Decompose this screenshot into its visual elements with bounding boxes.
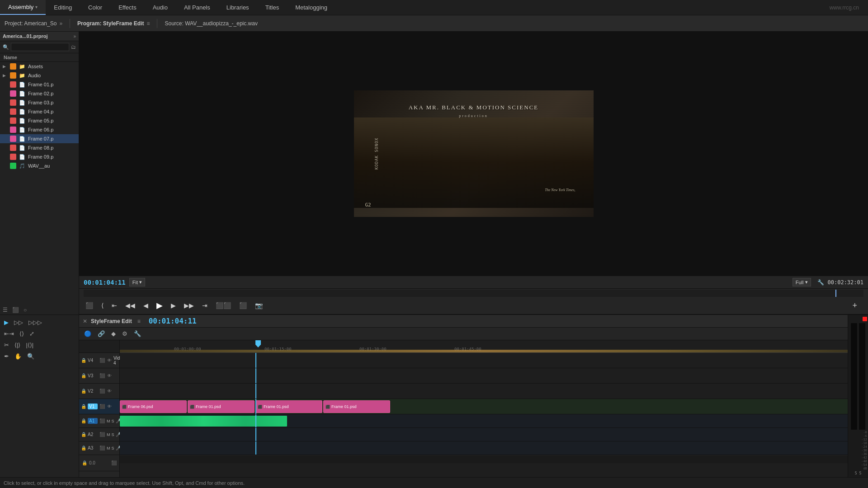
track-select-tool[interactable]: ▷▷ <box>13 318 24 327</box>
clip-frame01c[interactable]: ⬛ Frame 01.psd <box>323 400 390 413</box>
ripple-edit-tool[interactable]: ⇤⇥ <box>3 329 15 338</box>
zoom-tool[interactable]: 🔍 <box>26 352 36 361</box>
list-item[interactable]: 📄 Frame 08.p <box>0 143 79 152</box>
track-sync-v4[interactable]: ⬛ <box>99 357 105 363</box>
nav-editing[interactable]: Editing <box>46 0 80 15</box>
list-item[interactable]: 📄 Frame 02.p <box>0 89 79 98</box>
razor-tool[interactable]: ✂ <box>3 340 10 350</box>
mark-in-button[interactable]: ⬛ <box>84 301 95 310</box>
play-button[interactable]: ▶ <box>155 300 165 311</box>
wrench-tool[interactable]: 🔧 <box>132 329 142 338</box>
list-item[interactable]: ▶ 📁 Audio <box>0 71 79 80</box>
link-tool[interactable]: 🔗 <box>96 329 106 338</box>
track-sync-a3[interactable]: ⬛ <box>99 445 105 451</box>
track-eye-v3[interactable]: 👁 <box>107 373 112 379</box>
nav-metalogging[interactable]: Metalogging <box>287 0 335 15</box>
wrench-icon[interactable]: 🔧 <box>817 279 824 286</box>
rate-stretch-tool[interactable]: ⤢ <box>28 329 36 338</box>
slide-tool[interactable]: |⟨⟩| <box>24 340 35 350</box>
nav-allpanels[interactable]: All Panels <box>176 0 218 15</box>
track-eye-v1[interactable]: 👁 <box>107 404 112 409</box>
footer-arrow[interactable]: ⬛ <box>111 460 117 465</box>
overwrite-button[interactable]: ⬛ <box>237 301 249 310</box>
settings-tool[interactable]: ⚙ <box>121 329 129 338</box>
list-item[interactable]: 📄 Frame 03.p <box>0 98 79 107</box>
step-back-frame-button[interactable]: ⟨ <box>99 301 105 310</box>
nav-assembly[interactable]: Assembly ▾ <box>0 0 46 15</box>
pen-tool[interactable]: ✒ <box>3 352 10 361</box>
clip-frame01a[interactable]: ⬛ Frame 01.psd <box>188 400 255 413</box>
folder-icon: 📁 <box>19 73 25 79</box>
nav-titles[interactable]: Titles <box>257 0 288 15</box>
play-forward-button[interactable]: ▶ <box>169 301 178 310</box>
nav-libraries[interactable]: Libraries <box>218 0 257 15</box>
freeform-view-icon[interactable]: ○ <box>24 307 27 313</box>
track-sync-a1[interactable]: ⬛ <box>99 418 105 424</box>
project-arrow-icon[interactable]: » <box>59 20 62 27</box>
program-menu-icon[interactable]: ≡ <box>146 20 150 27</box>
list-item[interactable]: 🎵 WAV__au <box>0 161 79 170</box>
list-item[interactable]: 📄 Frame 07.p <box>0 134 79 143</box>
list-view-icon[interactable]: ☰ <box>3 307 8 313</box>
insert-button[interactable]: ⬛⬛ <box>214 301 233 310</box>
mini-ruler[interactable] <box>84 290 863 297</box>
lock-icon-v4[interactable]: 🔒 <box>81 358 86 363</box>
track-sync-v1[interactable]: ⬛ <box>99 404 105 409</box>
nav-audio[interactable]: Audio <box>145 0 176 15</box>
multitrack-select-tool[interactable]: ▷▷▷ <box>27 318 43 327</box>
track-eye-v4[interactable]: 👁 <box>107 357 112 363</box>
track-eye-v2[interactable]: 👁 <box>107 388 112 394</box>
clip-frame01b[interactable]: ⬛ Frame 01.psd <box>255 400 322 413</box>
list-item[interactable]: 📄 Frame 06.p <box>0 125 79 134</box>
hand-tool[interactable]: ✋ <box>13 352 23 361</box>
list-item[interactable]: 📄 Frame 04.p <box>0 107 79 116</box>
playhead-marker[interactable] <box>255 340 261 347</box>
timeline-scroll[interactable] <box>120 455 848 463</box>
timeline-menu-icon[interactable]: ≡ <box>137 318 141 324</box>
fit-dropdown[interactable]: Fit ▾ <box>129 278 145 286</box>
folder-view-icon[interactable]: 🗂 <box>71 44 76 50</box>
magnet-tool[interactable]: 🔵 <box>83 329 93 338</box>
solo-a2[interactable]: S <box>112 432 114 437</box>
nav-effects[interactable]: Effects <box>110 0 145 15</box>
slip-tool[interactable]: ⟨|⟩ <box>13 340 22 350</box>
mute-a3[interactable]: M <box>107 446 110 450</box>
track-sync-v2[interactable]: ⬛ <box>99 388 105 394</box>
fast-forward-button[interactable]: ▶▶ <box>182 301 196 310</box>
mute-a1[interactable]: M <box>107 419 110 423</box>
add-button[interactable]: + <box>850 300 859 311</box>
list-item[interactable]: 📄 Frame 01.p <box>0 80 79 89</box>
lock-icon-a3[interactable]: 🔒 <box>81 446 86 450</box>
panel-expand-icon[interactable]: » <box>73 34 76 39</box>
go-to-in-button[interactable]: ⇤ <box>110 301 119 310</box>
clip-frame06[interactable]: ⬛ Frame 06.psd <box>120 400 187 413</box>
timeline-close-button[interactable]: ✕ <box>83 318 87 324</box>
selection-tool[interactable]: ▶ <box>3 318 10 327</box>
lock-icon-v3[interactable]: 🔒 <box>81 373 86 378</box>
lock-icon-v2[interactable]: 🔒 <box>81 389 86 394</box>
list-item[interactable]: 📄 Frame 05.p <box>0 116 79 125</box>
timeline-ruler[interactable]: 00:01:00:00 00:01:15:00 00:01:30:00 00:0… <box>120 340 848 353</box>
lock-icon-a2[interactable]: 🔒 <box>81 432 86 437</box>
mute-a2[interactable]: M <box>107 432 110 437</box>
go-to-out-button[interactable]: ⇥ <box>200 301 209 310</box>
rewind-button[interactable]: ◀◀ <box>123 301 137 310</box>
search-input[interactable] <box>11 43 69 51</box>
solo-a1[interactable]: S <box>112 419 114 423</box>
solo-a3[interactable]: S <box>112 446 114 450</box>
add-marker-tool[interactable]: ◆ <box>110 329 117 338</box>
quality-dropdown[interactable]: Full ▾ <box>793 278 811 286</box>
lock-icon-a1[interactable]: 🔒 <box>81 418 86 423</box>
audio-clip-1[interactable] <box>120 416 287 427</box>
tool-row-3: ✂ ⟨|⟩ |⟨⟩| <box>3 340 76 350</box>
play-back-button[interactable]: ◀ <box>142 301 150 310</box>
track-sync-a2[interactable]: ⬛ <box>99 432 105 437</box>
track-sync-v3[interactable]: ⬛ <box>99 373 105 379</box>
grid-view-icon[interactable]: ⬛ <box>12 307 19 313</box>
list-item[interactable]: ▶ 📁 Assets <box>0 62 79 71</box>
nav-color[interactable]: Color <box>80 0 110 15</box>
list-item[interactable]: 📄 Frame 09.p <box>0 152 79 161</box>
camera-button[interactable]: 📷 <box>253 301 264 310</box>
lock-icon-v1[interactable]: 🔒 <box>81 404 86 409</box>
rolling-edit-tool[interactable]: ⟨⟩ <box>18 329 25 338</box>
